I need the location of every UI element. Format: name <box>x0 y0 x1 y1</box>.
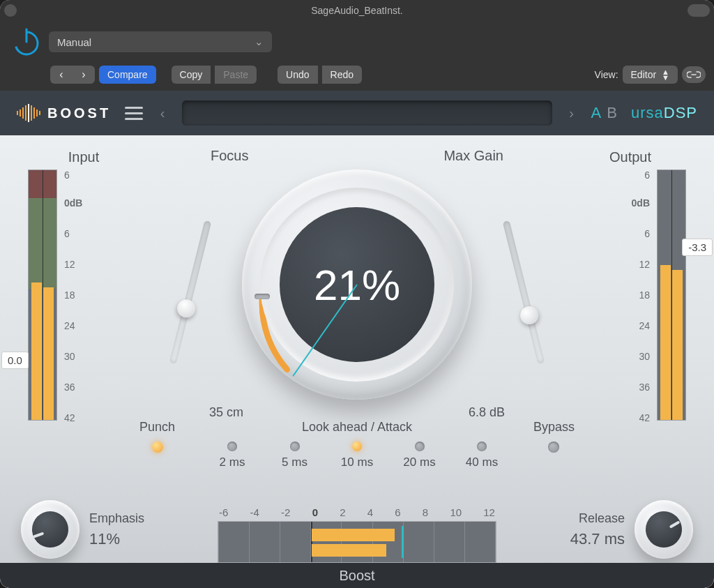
window-title: SageAudio_BeatInst. <box>311 5 403 16</box>
bottom-row: Emphasis 11% Release 43.7 ms -6-4-2 024 … <box>0 465 714 563</box>
punch-led-icon <box>152 442 163 453</box>
release-value[interactable]: 43.7 ms <box>570 530 625 548</box>
plugin-header: BOOST ‹ › A B ursaDSP <box>0 91 714 135</box>
prev-preset-button[interactable]: ‹ <box>50 66 73 84</box>
ab-a[interactable]: A <box>591 104 602 122</box>
preset-name: Manual <box>57 36 91 48</box>
hamburger-menu-icon[interactable] <box>125 107 143 120</box>
boost-dial[interactable]: 21% <box>242 169 472 400</box>
emphasis-section: Emphasis 11% <box>21 500 144 559</box>
input-label: Input <box>28 149 139 165</box>
gain-reduction-meter[interactable] <box>218 521 496 563</box>
redo-button[interactable]: Redo <box>322 66 362 84</box>
output-meter-block: Output 6 0dB 6 12 18 24 30 36 42 <box>575 149 686 421</box>
footer-label: Boost <box>0 563 714 588</box>
input-scale: 6 0dB 6 12 18 24 30 36 42 <box>57 169 139 421</box>
titlebar: SageAudio_BeatInst. <box>0 0 714 21</box>
compare-button[interactable]: Compare <box>99 66 156 84</box>
plugin-window: SageAudio_BeatInst. Manual ⌄ ‹ › Compare… <box>0 0 714 588</box>
paste-button[interactable]: Paste <box>215 66 257 84</box>
next-preset-button[interactable]: › <box>73 66 95 84</box>
input-peak-readout[interactable]: 0.0 <box>1 352 29 369</box>
lookahead-section: Look ahead / Attack 2 ms 5 ms 10 ms 20 m… <box>204 420 510 469</box>
plugin-next-icon[interactable]: › <box>566 100 577 126</box>
bypass-toggle[interactable]: Bypass <box>533 420 575 453</box>
main-panel: Input 6 0dB 6 12 18 24 30 36 42 <box>0 135 714 588</box>
updown-icon: ▲▼ <box>662 69 669 80</box>
plugin-name: BOOST <box>47 105 111 121</box>
ab-b[interactable]: B <box>607 104 617 122</box>
power-button[interactable] <box>8 24 45 60</box>
lookahead-title: Look ahead / Attack <box>204 420 510 435</box>
waveform-icon <box>17 104 40 122</box>
gain-reduction-ruler: -6-4-2 024 681012 <box>218 506 496 563</box>
punch-toggle[interactable]: Punch <box>139 420 175 453</box>
release-knob[interactable] <box>635 500 693 559</box>
plugin-prev-icon[interactable]: ‹ <box>157 100 168 126</box>
chevron-down-icon: ⌄ <box>255 36 264 48</box>
plugin-logo: BOOST <box>17 104 111 122</box>
input-meter-block: Input 6 0dB 6 12 18 24 30 36 42 <box>28 149 139 421</box>
ab-toggle[interactable]: A B <box>591 104 617 122</box>
view-value: Editor <box>631 69 657 80</box>
emphasis-knob[interactable] <box>21 500 79 559</box>
brand-label: ursaDSP <box>631 104 697 122</box>
punch-label: Punch <box>139 420 175 435</box>
dial-area: Focus Max Gain 21% 35 cm 6.8 dB <box>190 148 524 420</box>
copy-button[interactable]: Copy <box>172 66 211 84</box>
emphasis-value[interactable]: 11% <box>89 530 144 548</box>
output-peak-readout[interactable]: -3.3 <box>682 239 713 256</box>
bypass-label: Bypass <box>533 420 575 435</box>
preset-dropdown[interactable]: Manual ⌄ <box>49 31 272 52</box>
undo-button[interactable]: Undo <box>278 66 317 84</box>
window-handle-icon[interactable] <box>688 4 710 17</box>
plugin-preset-slot[interactable] <box>182 100 552 126</box>
input-meter[interactable] <box>28 169 57 421</box>
bypass-led-icon <box>548 442 559 453</box>
emphasis-label: Emphasis <box>89 511 144 526</box>
release-label: Release <box>570 511 625 526</box>
host-toolbar: Manual ⌄ ‹ › Compare Copy Paste Undo Red… <box>0 21 714 91</box>
release-section: Release 43.7 ms <box>570 500 693 559</box>
view-label: View: <box>595 69 618 80</box>
output-meter[interactable] <box>657 169 686 421</box>
output-label: Output <box>575 149 686 165</box>
window-close-icon[interactable] <box>4 4 17 17</box>
output-scale: 6 0dB 6 12 18 24 30 36 42 <box>575 169 657 421</box>
link-button[interactable] <box>682 66 706 83</box>
ruler-scale: -6-4-2 024 681012 <box>218 506 496 518</box>
view-selector[interactable]: Editor ▲▼ <box>623 66 678 84</box>
dial-pointer-icon <box>255 294 270 299</box>
